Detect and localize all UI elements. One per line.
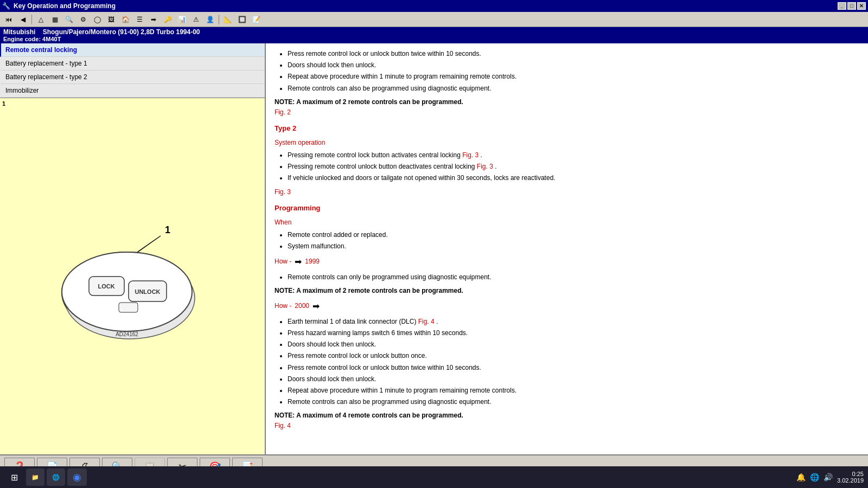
tb-prev-button[interactable]: ◀ bbox=[16, 14, 29, 25]
taskbar-left: ⊞ 📁 🌐 ◉ bbox=[4, 468, 87, 486]
svg-text:AD24162: AD24162 bbox=[116, 331, 138, 337]
tb-arrow-button[interactable]: ➡ bbox=[147, 14, 160, 25]
titlebar-left: 🔧 Key Operation and Programming bbox=[2, 2, 116, 10]
system-bullet-2: Pressing remote control unlock button de… bbox=[288, 162, 859, 172]
fig2-ref: Fig. 2 bbox=[275, 107, 859, 118]
how1-year: 1999 bbox=[305, 256, 320, 267]
clock: 0:25 3.02.2019 bbox=[837, 471, 864, 484]
close-button[interactable]: ✕ bbox=[857, 2, 866, 10]
tb-notes-button[interactable]: 📝 bbox=[250, 14, 263, 25]
tb-key-button[interactable]: 🔑 bbox=[161, 14, 174, 25]
time-display: 0:25 bbox=[837, 471, 864, 477]
when-bullet-1: Remote control added or replaced. bbox=[288, 230, 859, 240]
how2-bullet-3: Doors should lock then unlock. bbox=[288, 339, 859, 350]
tb-image-button[interactable]: 🖼 bbox=[105, 14, 118, 25]
nav-item-immobilizer[interactable]: Immobilizer bbox=[0, 84, 265, 98]
nav-item-label: Battery replacement - type 1 bbox=[5, 60, 87, 67]
date-display: 3.02.2019 bbox=[837, 477, 864, 484]
how1-bullet-1: Remote controls can only be programmed u… bbox=[288, 272, 859, 282]
model-label: Shogun/Pajero/Montero (91-00) 2,8D Turbo… bbox=[43, 28, 200, 36]
how2-bullet-8: Remote controls can also be programmed u… bbox=[288, 397, 859, 407]
note3: NOTE: A maximum of 4 remote controls can… bbox=[275, 410, 859, 421]
app-header: Mitsubishi Shogun/Pajero/Montero (91-00)… bbox=[0, 27, 868, 43]
speaker-icon: 🔊 bbox=[824, 473, 833, 481]
tb-box-button[interactable]: 🔲 bbox=[235, 14, 248, 25]
tb-user-button[interactable]: 👤 bbox=[203, 14, 216, 25]
titlebar-controls[interactable]: _ □ ✕ bbox=[838, 2, 866, 10]
network-icon: 🌐 bbox=[810, 473, 819, 481]
system-bullet-3: If vehicle unlocked and doors or tailgat… bbox=[288, 173, 859, 183]
tb-warning-button[interactable]: ⚠ bbox=[189, 14, 202, 25]
how2-bullet-4: Press remote control lock or unlock butt… bbox=[288, 351, 859, 361]
tb-triangle-button[interactable]: △ bbox=[34, 14, 47, 25]
taskbar-chrome[interactable]: 🌐 bbox=[47, 468, 65, 486]
tb-first-button[interactable]: ⏮ bbox=[2, 14, 15, 25]
arrow-right-icon: ➡ bbox=[295, 255, 302, 269]
tb-settings-button[interactable]: ⚙ bbox=[76, 14, 90, 25]
how2-bullet-2: Press hazard warning lamps switch 6 time… bbox=[288, 328, 859, 338]
svg-text:LOCK: LOCK bbox=[98, 283, 114, 290]
intro-bullet-4: Remote controls can also be programmed u… bbox=[288, 84, 859, 94]
how2-bullet-6: Doors should lock then unlock. bbox=[288, 374, 859, 384]
fig4-ref: Fig. 4 bbox=[275, 421, 859, 431]
svg-point-4 bbox=[62, 252, 192, 331]
tb-list-button[interactable]: ☰ bbox=[133, 14, 146, 25]
nav-item-label: Immobilizer bbox=[5, 87, 39, 94]
how2-bullet-7: Repeat above procedure within 1 minute t… bbox=[288, 386, 859, 396]
when-title: When bbox=[275, 217, 859, 228]
browser2-icon: ◉ bbox=[73, 471, 81, 483]
tb-measure-button[interactable]: 📐 bbox=[221, 14, 234, 25]
arrow-right2-icon: ➡ bbox=[312, 299, 320, 313]
fig3-ref: Fig. 3 bbox=[275, 187, 859, 197]
intro-bullet-2: Doors should lock then unlock. bbox=[288, 60, 859, 70]
intro-bullet-3: Repeat above procedure within 1 minute t… bbox=[288, 72, 859, 82]
tb-home-button[interactable]: 🏠 bbox=[119, 14, 132, 25]
when-bullet-2: System malfunction. bbox=[288, 241, 859, 252]
figure-image: 1 LOCK bbox=[0, 98, 265, 454]
note1: NOTE: A maximum of 2 remote controls can… bbox=[275, 97, 859, 107]
taskbar-browser2[interactable]: ◉ bbox=[67, 468, 87, 486]
figure-number: 1 bbox=[2, 100, 5, 107]
start-button[interactable]: ⊞ bbox=[4, 468, 24, 486]
app-title: Mitsubishi Shogun/Pajero/Montero (91-00)… bbox=[3, 28, 865, 36]
how2-bullet-5: Press remote control lock or unlock butt… bbox=[288, 363, 859, 373]
svg-text:UNLOCK: UNLOCK bbox=[135, 288, 160, 295]
tb-separator-2 bbox=[219, 15, 219, 24]
tb-grid-button[interactable]: ▦ bbox=[48, 14, 61, 25]
toolbar: ⏮ ◀ △ ▦ 🔍 ⚙ ◯ 🖼 🏠 ☰ ➡ 🔑 📊 ⚠ 👤 📐 🔲 📝 bbox=[0, 12, 868, 27]
system-bullets-list: Pressing remote control lock button acti… bbox=[288, 150, 859, 184]
figure-panel: 1 1 bbox=[0, 98, 265, 454]
nav-item-battery-type2[interactable]: Battery replacement - type 2 bbox=[0, 70, 265, 84]
svg-rect-9 bbox=[119, 303, 138, 312]
window-title: Key Operation and Programming bbox=[14, 2, 116, 10]
maximize-button[interactable]: □ bbox=[847, 2, 856, 10]
chrome-icon: 🌐 bbox=[52, 474, 60, 481]
when-bullets-list: Remote control added or replaced. System… bbox=[288, 230, 859, 252]
taskbar: ⊞ 📁 🌐 ◉ 🔔 🌐 🔊 0:25 3.02.2019 bbox=[0, 466, 868, 488]
file-explorer-icon: 📁 bbox=[31, 474, 39, 481]
nav-list: Remote central locking Battery replaceme… bbox=[0, 43, 265, 98]
tb-search-button[interactable]: 🔍 bbox=[62, 14, 75, 25]
tb-chart-button[interactable]: 📊 bbox=[175, 14, 188, 25]
tb-circle-button[interactable]: ◯ bbox=[91, 14, 104, 25]
nav-item-remote-locking[interactable]: Remote central locking bbox=[0, 43, 265, 57]
programming-title: Programming bbox=[275, 203, 859, 214]
nav-item-label: Remote central locking bbox=[5, 46, 77, 54]
how1-line: How - ➡ 1999 bbox=[275, 255, 859, 269]
how1-label: How - bbox=[275, 256, 291, 267]
how2-bullet-1: Earth terminal 1 of data link connector … bbox=[288, 317, 859, 327]
brand-label: Mitsubishi bbox=[3, 28, 35, 36]
nav-item-battery-type1[interactable]: Battery replacement - type 1 bbox=[0, 57, 265, 70]
how2-year: 2000 bbox=[295, 301, 309, 311]
intro-bullet-1: Press remote control lock or unlock butt… bbox=[288, 49, 859, 59]
right-panel[interactable]: Press remote control lock or unlock butt… bbox=[266, 43, 868, 454]
main-area: Remote central locking Battery replaceme… bbox=[0, 43, 868, 454]
title-bar: 🔧 Key Operation and Programming _ □ ✕ bbox=[0, 0, 868, 12]
type2-title: Type 2 bbox=[275, 123, 859, 134]
minimize-button[interactable]: _ bbox=[838, 2, 846, 10]
taskbar-file-explorer[interactable]: 📁 bbox=[26, 468, 44, 486]
system-operation-title: System operation bbox=[275, 138, 859, 148]
how2-label: How - bbox=[275, 301, 291, 311]
svg-text:1: 1 bbox=[165, 224, 170, 235]
how1-bullets-list: Remote controls can only be programmed u… bbox=[288, 272, 859, 282]
